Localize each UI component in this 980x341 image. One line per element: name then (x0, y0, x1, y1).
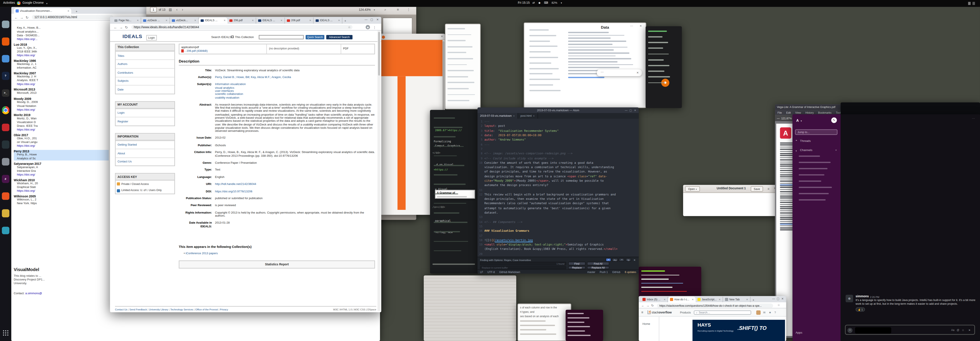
search-input[interactable] (259, 35, 304, 39)
compose-button[interactable]: ✎ (831, 117, 837, 123)
tab-close-icon[interactable]: ✕ (513, 114, 515, 117)
find-all-button[interactable]: Find All (587, 262, 609, 265)
browser-tab[interactable]: New Tab✕ (723, 297, 751, 303)
tray-caret-icon[interactable]: ▾ (561, 1, 562, 5)
advanced-search-button[interactable]: Advanced Search (326, 35, 352, 40)
dock-ubuntu-software-icon[interactable] (2, 192, 10, 200)
metadata-value[interactable]: Perry, Daniel B.; Howe, Bill; Key, Alici… (215, 75, 375, 79)
prev-page-icon[interactable]: ‹ (176, 7, 178, 11)
tab-close-icon[interactable]: ✕ (137, 19, 139, 22)
send-icon[interactable]: ➤ (969, 328, 970, 331)
browser-tab[interactable]: IDEALS ...✕ (256, 18, 285, 24)
browser-tab[interactable]: vizDeck...✕ (170, 18, 199, 24)
dock-red-app-icon[interactable] (2, 123, 10, 131)
hamburger-icon[interactable]: ≡ (641, 311, 643, 314)
sidebar-item-authors[interactable]: Authors (116, 59, 175, 68)
reference-doi-link[interactable]: https://doi.org/ (17, 108, 109, 111)
achievements-icon[interactable]: ★ (769, 311, 771, 314)
maximize-icon[interactable]: ▢ (370, 18, 373, 21)
metadata-value[interactable]: http://hdl.handle.net/2142/36044 (215, 182, 375, 186)
sidebar-item-contact-us[interactable]: Contact Us (116, 157, 175, 166)
sidebar-item-getting-started[interactable]: Getting Started (116, 140, 175, 149)
products-menu[interactable]: Products (680, 311, 691, 314)
browser-tab[interactable]: 206.pdf✕ (285, 18, 314, 24)
replace-button[interactable]: Replace (568, 266, 585, 270)
footer-link[interactable]: University Library (149, 308, 168, 311)
dock-files-yellow-icon[interactable] (2, 209, 10, 217)
tab-close-icon[interactable]: ✕ (309, 19, 311, 22)
chrome-menu-icon[interactable]: ⋮ (373, 25, 376, 29)
browser-tab[interactable]: JavaScript...✕ (695, 297, 723, 303)
app-menu-label[interactable]: Google Chrome (22, 2, 44, 5)
reload-icon[interactable]: ↻ (25, 15, 29, 19)
url-bar[interactable]: https://www.ideals.illinois.edu/handle/2… (131, 25, 352, 30)
reference-doi-link[interactable]: https://doi.org/ (17, 128, 109, 132)
channel-item-placeholder[interactable] (799, 181, 821, 182)
status-item[interactable]: GitHub (612, 271, 620, 274)
reload-icon[interactable]: ↻ (125, 25, 128, 29)
url-bar[interactable]: 127.0.0.1:4000/2019/07/vis.html (32, 15, 113, 19)
browser-tab[interactable]: vizDeck ...✕ (141, 18, 170, 24)
browser-tab[interactable]: Inbox (5) ...✕ (641, 297, 668, 303)
channel-item-placeholder[interactable] (799, 155, 820, 157)
zoom-level[interactable]: 121.87% (781, 117, 792, 120)
tab-close-icon[interactable]: ✕ (194, 19, 196, 22)
channels-caret-icon[interactable]: ▾ (795, 149, 797, 152)
footer-link[interactable]: Contact Us (115, 308, 127, 311)
tab-close-icon[interactable]: ✕ (664, 298, 666, 301)
status-item[interactable]: 6 updates (625, 271, 636, 274)
reaction-chip[interactable]: ☝ 1 (856, 307, 865, 312)
bookmark-star-icon[interactable]: ☆ (778, 304, 780, 307)
channel-item-placeholder[interactable] (799, 168, 827, 170)
sidebar-item-register[interactable]: Register (116, 117, 175, 125)
tray-icon[interactable]: ⇄ (533, 1, 535, 5)
channel-item-placeholder[interactable] (799, 162, 830, 163)
tab-close-icon[interactable]: ✕ (165, 19, 167, 22)
browser-tab[interactable]: Page No...✕ (113, 18, 141, 24)
replace-input[interactable]: Replace in current buffer (480, 266, 566, 270)
format-icon[interactable]: Aa (951, 328, 955, 331)
stackoverflow-logo[interactable]: stackoverflow (648, 310, 672, 314)
add-channel-icon[interactable]: + (835, 149, 837, 152)
browser-tab[interactable]: How do I c...✕ (668, 297, 695, 303)
minimize-icon[interactable]: — (365, 18, 368, 21)
dock-editor-icon[interactable] (2, 158, 10, 165)
scrollbar-thumb[interactable] (378, 32, 380, 76)
next-page-icon[interactable]: › (182, 7, 183, 11)
replace-all-button[interactable]: Replace All (587, 266, 609, 270)
tab-close-icon[interactable]: ✕ (224, 19, 226, 22)
sidebar-section-channels[interactable]: Channels (800, 149, 813, 152)
tray-icon[interactable]: ⌨ (544, 1, 548, 5)
dock-help-icon[interactable]: ? (2, 72, 10, 80)
message-username[interactable]: simmons (856, 295, 869, 298)
back-icon[interactable]: ← (641, 304, 644, 307)
sidebar-item-date[interactable]: Date (116, 85, 175, 94)
menu-history[interactable]: History (805, 111, 814, 114)
more-icon[interactable]: ⋯ (972, 116, 975, 120)
reload-icon[interactable]: ↻ (651, 304, 654, 307)
contact-email-link[interactable]: a.simmons@ (25, 292, 42, 295)
zoom-caret-icon[interactable]: ▾ (374, 8, 375, 11)
tab-close-icon[interactable]: ✕ (719, 298, 721, 301)
scrollbar[interactable] (377, 30, 380, 311)
dock-firefox-icon[interactable] (2, 37, 10, 45)
browser-tab[interactable]: IDEALS ...✕ (314, 18, 342, 24)
jump-to-search[interactable]: Jump to... (795, 129, 837, 135)
message-avatar[interactable]: ☻ (846, 295, 853, 302)
reference-doi-link[interactable]: https://doi.org/ (17, 54, 109, 57)
mention-icon[interactable]: @ (956, 328, 959, 331)
subject-link[interactable]: scientific collaboration (215, 92, 375, 96)
back-icon[interactable]: ← (114, 25, 117, 29)
dock-terminal-icon[interactable]: >_ (2, 89, 10, 97)
reference-doi-link[interactable]: https://doi.org/ (17, 173, 109, 177)
save-button[interactable]: Save (751, 186, 763, 192)
forward-icon[interactable]: → (20, 15, 24, 19)
menu-view[interactable]: View (795, 111, 801, 114)
forward-icon[interactable]: → (646, 304, 649, 307)
tab-close-icon[interactable]: ✕ (746, 298, 748, 301)
sidebar-item-contributors[interactable]: Contributors (116, 68, 175, 76)
window-titlebar[interactable]: ✕ (380, 34, 445, 40)
footer-link[interactable]: Technology Services (170, 308, 193, 311)
editor-tab[interactable]: 2019-07-03-vis.markdown✕ (477, 113, 518, 119)
dock-chrome-icon[interactable] (2, 106, 10, 114)
